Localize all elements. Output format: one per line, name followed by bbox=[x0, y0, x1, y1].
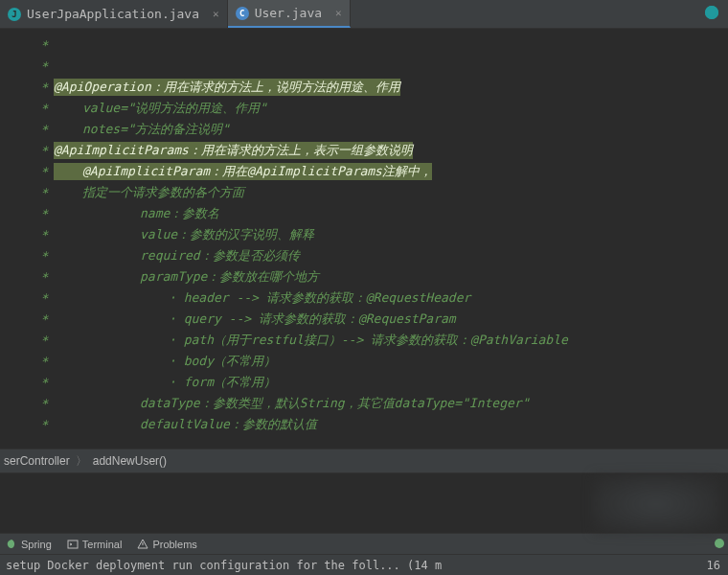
code-line: · header --> 请求参数的获取：@RequestHeader bbox=[54, 289, 470, 307]
code-line: value：参数的汉字说明、解释 bbox=[54, 226, 314, 243]
close-icon[interactable]: ✕ bbox=[213, 8, 219, 20]
java-class-icon: C bbox=[236, 7, 249, 20]
tool-label: Problems bbox=[152, 539, 196, 550]
settings-icon bbox=[705, 6, 718, 19]
code-line: notes="方法的备注说明" bbox=[54, 121, 230, 138]
breadcrumb-item[interactable]: serController bbox=[4, 454, 70, 468]
status-number: 16 bbox=[699, 559, 728, 572]
code-line: 指定一个请求参数的各个方面 bbox=[54, 184, 244, 201]
warning-icon bbox=[137, 539, 148, 550]
close-icon[interactable]: ✕ bbox=[335, 7, 342, 19]
code-line: @ApiImplicitParams：用在请求的方法上，表示一组参数说明 bbox=[54, 142, 413, 159]
editor-tabs: J UserJpaApplication.java ✕ C User.java … bbox=[0, 0, 728, 29]
tool-terminal[interactable]: Terminal bbox=[67, 539, 123, 550]
code-line: · form（不常用） bbox=[54, 374, 276, 391]
code-line: value="说明方法的用途、作用" bbox=[54, 100, 267, 117]
code-editor[interactable]: * * *@ApiOperation：用在请求的方法上，说明方法的用途、作用 *… bbox=[0, 29, 728, 448]
status-bar: setup Docker deployment run configuratio… bbox=[0, 554, 728, 575]
java-class-icon: J bbox=[8, 8, 21, 21]
breadcrumb-item[interactable]: addNewUser() bbox=[93, 454, 167, 468]
tool-label: Terminal bbox=[82, 539, 123, 550]
status-message: setup Docker deployment run configuratio… bbox=[6, 559, 699, 572]
spring-icon bbox=[6, 539, 17, 550]
tab-user[interactable]: C User.java ✕ bbox=[228, 0, 351, 28]
chevron-right-icon: 〉 bbox=[76, 453, 87, 470]
tab-userjpaapp[interactable]: J UserJpaApplication.java ✕ bbox=[0, 0, 228, 28]
code-line: · body（不常用） bbox=[54, 353, 276, 370]
code-line: paramType：参数放在哪个地方 bbox=[54, 268, 319, 286]
code-line: · path（用于restful接口）--> 请求参数的获取：@PathVari… bbox=[54, 332, 568, 349]
svg-point-0 bbox=[706, 7, 717, 18]
tool-window-bar: Spring Terminal Problems bbox=[0, 533, 728, 554]
code-line: name：参数名 bbox=[54, 205, 219, 222]
breadcrumb: serController 〉 addNewUser() bbox=[0, 448, 728, 473]
tab-label: UserJpaApplication.java bbox=[27, 7, 199, 21]
status-indicator bbox=[715, 539, 724, 548]
tool-spring[interactable]: Spring bbox=[6, 539, 52, 550]
code-line: @ApiOperation：用在请求的方法上，说明方法的用途、作用 bbox=[54, 79, 400, 96]
code-line: required：参数是否必须传 bbox=[54, 247, 300, 264]
code-line: dataType：参数类型，默认String，其它值dataType="Inte… bbox=[54, 395, 529, 412]
tab-label: User.java bbox=[255, 6, 322, 20]
gear-icon[interactable] bbox=[695, 6, 728, 22]
blur-overlay bbox=[594, 475, 718, 533]
tool-label: Spring bbox=[21, 539, 52, 550]
code-line: defaultValue：参数的默认值 bbox=[54, 416, 317, 433]
code-line: @ApiImplicitParam：用在@ApiImplicitParams注解… bbox=[54, 163, 432, 180]
terminal-icon bbox=[67, 539, 79, 550]
tool-problems[interactable]: Problems bbox=[137, 539, 196, 550]
code-line: · query --> 请求参数的获取：@RequestParam bbox=[54, 310, 456, 328]
